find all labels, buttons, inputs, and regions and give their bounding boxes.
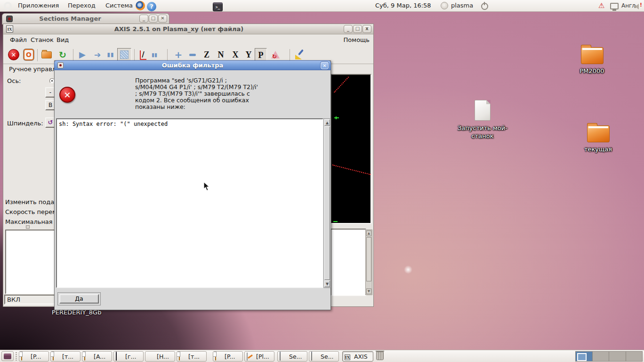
view-perspective-icon: N [218, 50, 224, 59]
run-step-button[interactable]: ➔ [91, 48, 104, 61]
close-button[interactable]: x [362, 25, 371, 33]
dialog-scrollbar[interactable]: ▲ ▼ [323, 118, 331, 288]
menu-applications[interactable]: Приложения [15, 0, 62, 11]
maximize-button[interactable]: □ [353, 25, 362, 33]
gcode-text-list[interactable] [330, 229, 366, 296]
desktop-icon-pm2000[interactable]: PM2000 [574, 47, 610, 74]
display-applet[interactable] [610, 2, 619, 13]
file-manager-icon [215, 353, 216, 361]
view-y-button[interactable]: Y [242, 48, 255, 61]
task-button-9[interactable]: Se... [277, 351, 307, 362]
user-switcher[interactable] [441, 2, 448, 13]
show-desktop-icon [4, 354, 11, 359]
workspace-1[interactable] [576, 352, 593, 361]
desktop-icon-run-machine[interactable]: Запустить мой- станок [452, 100, 513, 140]
close-button[interactable]: ✕ [158, 15, 167, 23]
menu-view[interactable]: Вид [56, 36, 69, 43]
message-line: s/M04/M04 G4 P1/i' ; s/M79 T2/(M79 T2)/i… [135, 84, 305, 90]
task-button-5[interactable]: [H... [145, 351, 175, 362]
distro-logo-icon[interactable] [4, 2, 12, 10]
pane-grip[interactable] [26, 225, 30, 229]
stop-button[interactable] [117, 48, 131, 61]
workspace-switcher [575, 351, 643, 362]
sections-manager-title: Sections Manager [2, 15, 138, 22]
clock[interactable]: Суб, 9 Мар, 16:58 [375, 0, 431, 11]
help-launcher[interactable]: ? [147, 1, 156, 12]
machine-power-button[interactable]: O [22, 48, 35, 61]
view-p-button[interactable]: P [255, 48, 267, 61]
view-x-icon: X [233, 50, 239, 59]
scroll-up-icon[interactable]: ▲ [366, 230, 371, 236]
menu-machine[interactable]: Станок [31, 36, 54, 43]
open-file-button[interactable] [40, 48, 53, 61]
manual-control-tab[interactable]: Ручное управл [9, 66, 56, 73]
ok-button[interactable]: Да [59, 294, 99, 304]
view-z-button[interactable]: Z [200, 48, 213, 61]
trash-icon[interactable] [376, 352, 384, 360]
workspace-3[interactable] [609, 352, 626, 361]
clear-plot-button[interactable] [293, 48, 306, 61]
dialog-title: Ошибка фильтра [55, 62, 330, 69]
scroll-thumb[interactable] [366, 237, 371, 281]
menu-file[interactable]: Файл [10, 36, 27, 43]
estop-button[interactable]: ✕ [7, 48, 20, 61]
message-line: ; s/M79 T3/(M79 T3)/i'" завершилась с [135, 90, 305, 97]
scroll-thumb[interactable] [324, 126, 330, 280]
rotate-view-button[interactable] [269, 48, 282, 61]
task-button-2[interactable]: [т... [50, 351, 80, 362]
view-x-button[interactable]: X [229, 48, 242, 61]
task-button-1[interactable]: [P... [19, 351, 49, 362]
task-button-8[interactable]: [Pl... [244, 351, 274, 362]
maximize-button[interactable]: □ [149, 15, 158, 23]
reload-button[interactable]: ↻ [56, 48, 69, 61]
task-button-6[interactable]: [т... [177, 351, 207, 362]
run-button[interactable]: ▶ [76, 48, 89, 61]
task-button-3[interactable]: [A... [82, 351, 112, 362]
zoom-in-button[interactable]: + [172, 48, 185, 61]
sections-manager-window[interactable]: Sections Manager _ □ ✕ [2, 13, 169, 25]
zoom-in-icon: + [175, 49, 183, 60]
task-button-7[interactable]: [P... [213, 351, 243, 362]
task-button-axis[interactable]: IXAXIS [342, 351, 373, 362]
scroll-down-icon[interactable]: ▼ [324, 280, 330, 287]
axis-titlebar[interactable]: IX AXIS 2.5.1 on Plasma_xy (нет файла) _… [3, 24, 373, 34]
menu-places[interactable]: Переход [65, 0, 98, 11]
volume-applet[interactable]: ! [634, 2, 641, 14]
close-icon[interactable]: ✕ [321, 62, 329, 69]
firefox-launcher[interactable] [136, 1, 145, 12]
filter-error-dialog: Ошибка фильтра ✕ ✕ Программа "sed 's/G71… [54, 60, 331, 310]
gcode-preview[interactable] [330, 74, 371, 224]
window-icon [311, 351, 312, 361]
menu-system[interactable]: Система [103, 0, 136, 11]
error-output-textarea[interactable]: sh: Syntax error: "(" unexpected [56, 118, 323, 288]
gcode-scrollbar[interactable]: ▲ ▼ [365, 230, 372, 295]
minimize-button[interactable]: _ [344, 25, 353, 33]
menu-help[interactable]: Помощь [344, 36, 370, 43]
optional-pause-button[interactable]: ▮▮M1 [148, 48, 161, 61]
desktop-icon-current[interactable]: текущая [580, 125, 616, 153]
zoom-out-button[interactable] [186, 48, 199, 61]
terminal-launcher[interactable]: >_ [213, 1, 223, 12]
user-name[interactable]: plasma [451, 0, 473, 11]
pause-button[interactable]: ▮▮ [104, 48, 117, 61]
view-p-icon: P [258, 50, 264, 60]
keyboard-layout-indicator[interactable]: Англ [621, 0, 636, 11]
show-desktop-button[interactable] [1, 351, 14, 361]
rotate-icon [271, 51, 280, 58]
message-line: показаны ниже: [135, 104, 305, 110]
tool-path-green [333, 221, 338, 222]
shutdown-applet[interactable] [481, 2, 488, 14]
minimize-button[interactable]: _ [139, 15, 148, 23]
task-button-4[interactable]: [г... [113, 351, 144, 362]
open-folder-icon [41, 51, 52, 58]
view-z2-button[interactable]: N [214, 48, 227, 61]
user-face-icon [441, 2, 448, 9]
warning-applet[interactable]: ⚠ [598, 0, 604, 11]
mdi-history-box[interactable] [5, 230, 55, 294]
scroll-up-icon[interactable]: ▲ [324, 119, 330, 126]
task-button-10[interactable]: Se... [309, 351, 339, 362]
scroll-down-icon[interactable]: ▼ [366, 288, 371, 294]
workspace-2[interactable] [593, 352, 610, 361]
dialog-titlebar[interactable]: Ошибка фильтра ✕ [54, 60, 331, 70]
workspace-4[interactable] [626, 352, 643, 361]
